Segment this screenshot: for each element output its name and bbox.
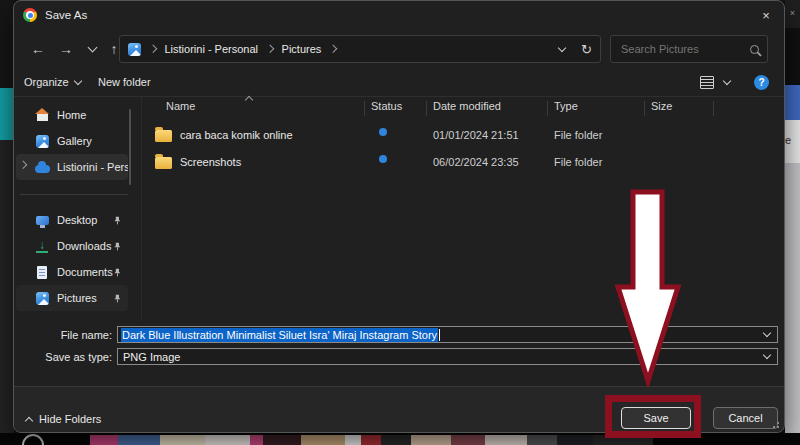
- file-name-dropdown-chevron-icon[interactable]: [763, 329, 771, 337]
- column-header-size[interactable]: Size: [651, 100, 672, 112]
- save-as-type-dropdown-chevron-icon[interactable]: [763, 351, 771, 359]
- file-name: cara baca komik online: [180, 129, 293, 141]
- view-options-chevron[interactable]: [724, 69, 730, 95]
- organize-button[interactable]: Organize: [24, 69, 81, 95]
- cancel-button[interactable]: Cancel: [713, 407, 778, 429]
- file-date-modified: 01/01/2024 21:51: [433, 129, 519, 141]
- sidebar-item-label: Gallery: [57, 135, 128, 147]
- pictures-folder-icon: [128, 43, 141, 56]
- search-icon: [750, 45, 759, 54]
- breadcrumb-pictures[interactable]: Pictures: [282, 43, 322, 55]
- column-header-name[interactable]: Name: [166, 100, 195, 112]
- file-name-input[interactable]: Dark Blue Illustration Minimalist Siluet…: [117, 326, 778, 343]
- column-divider[interactable]: [364, 101, 365, 116]
- refresh-icon[interactable]: ↻: [581, 43, 592, 56]
- sidebar-item-label: Documents: [57, 266, 113, 278]
- search-input[interactable]: [619, 42, 750, 56]
- save-as-type-select[interactable]: PNG Image: [117, 348, 778, 365]
- sidebar-item-label: Desktop: [57, 214, 113, 226]
- organize-label: Organize: [24, 76, 69, 88]
- breadcrumb-separator-icon: [266, 45, 274, 53]
- save-button[interactable]: Save: [621, 407, 691, 429]
- background-gray-block: [0, 140, 14, 433]
- column-header-status[interactable]: Status: [371, 100, 402, 112]
- file-date-modified: 06/02/2024 23:35: [433, 156, 519, 168]
- sidebar-item-documents[interactable]: Documents: [16, 259, 128, 285]
- sidebar-item-label: Listiorini - Perso: [57, 161, 128, 173]
- sidebar-scrollbar[interactable]: [129, 109, 131, 185]
- address-bar[interactable]: Listiorini - Personal Pictures ↻: [119, 35, 601, 63]
- folder-icon: [155, 157, 172, 169]
- file-type: File folder: [554, 156, 602, 168]
- help-button[interactable]: ?: [754, 69, 769, 95]
- new-folder-button[interactable]: New folder: [98, 69, 151, 95]
- close-icon[interactable]: ×: [748, 1, 784, 29]
- file-name: Screenshots: [180, 156, 241, 168]
- hide-folders-button[interactable]: Hide Folders: [26, 413, 101, 425]
- pin-icon: [113, 268, 122, 277]
- breadcrumb-onedrive[interactable]: Listiorini - Personal: [165, 43, 259, 55]
- column-divider[interactable]: [644, 101, 645, 116]
- sidebar-item-label: Home: [57, 109, 128, 121]
- hide-folders-label: Hide Folders: [39, 413, 101, 425]
- window-title: Save As: [45, 9, 87, 21]
- view-options-button[interactable]: [700, 69, 714, 95]
- sidebar-item-desktop[interactable]: Desktop: [16, 207, 128, 233]
- file-type: File folder: [554, 129, 602, 141]
- background-right-strip: × e: [785, 0, 800, 445]
- sidebar-item-label: Pictures: [57, 292, 113, 304]
- column-divider[interactable]: [547, 101, 548, 116]
- expand-chevron-icon[interactable]: [19, 160, 27, 168]
- sidebar-item-pictures[interactable]: Pictures: [16, 285, 128, 311]
- forward-icon[interactable]: →: [54, 31, 78, 67]
- resize-grip-icon[interactable]: [777, 426, 779, 428]
- table-row[interactable]: cara baca komik online 01/01/2024 21:51 …: [142, 123, 776, 149]
- text-caret: [439, 329, 440, 341]
- navigation-sidebar: Home Gallery Listiorini - Perso Desktop …: [14, 97, 141, 321]
- column-divider[interactable]: [426, 101, 427, 116]
- folder-icon: [155, 130, 172, 142]
- downloads-icon: ↓: [34, 240, 50, 253]
- gallery-icon: [34, 135, 50, 148]
- recent-locations-chevron-icon[interactable]: [80, 31, 104, 67]
- file-list: Name Status Date modified Type Size cara…: [142, 97, 784, 321]
- sidebar-item-label: Downloads: [57, 240, 113, 252]
- background-left-strip: [0, 0, 14, 445]
- sort-ascending-icon: [245, 96, 253, 104]
- background-thumbnails: [90, 435, 653, 445]
- address-dropdown-chevron-icon[interactable]: [558, 43, 566, 51]
- pin-icon: [113, 242, 122, 251]
- details-view-icon: [700, 76, 714, 89]
- help-icon: ?: [754, 75, 769, 90]
- column-header-date-modified[interactable]: Date modified: [433, 100, 501, 112]
- sidebar-item-home[interactable]: Home: [16, 102, 128, 128]
- pin-icon: [113, 294, 122, 303]
- home-icon: [34, 109, 50, 121]
- column-header-type[interactable]: Type: [554, 100, 578, 112]
- search-box: [610, 35, 768, 63]
- chrome-icon: [23, 8, 37, 22]
- column-divider[interactable]: [713, 101, 714, 116]
- organize-chevron-icon: [73, 76, 81, 84]
- file-name-value: Dark Blue Illustration Minimalist Siluet…: [121, 328, 438, 342]
- background-bottom-strip: [0, 433, 800, 445]
- sidebar-item-gallery[interactable]: Gallery: [16, 128, 128, 154]
- table-row[interactable]: Screenshots 06/02/2024 23:35 File folder: [142, 150, 776, 176]
- sidebar-item-onedrive[interactable]: Listiorini - Perso: [16, 154, 128, 180]
- back-icon[interactable]: ←: [26, 31, 50, 67]
- pin-icon: [113, 216, 122, 225]
- sidebar-separator: [20, 194, 128, 195]
- title-bar: Save As ×: [14, 1, 784, 29]
- breadcrumb-separator-icon: [329, 45, 337, 53]
- command-toolbar: Organize New folder ?: [14, 69, 784, 95]
- breadcrumb-separator-icon: [149, 45, 157, 53]
- documents-icon: [34, 266, 50, 279]
- sidebar-item-downloads[interactable]: ↓ Downloads: [16, 233, 128, 259]
- background-tab-sliver: ×: [785, 0, 800, 28]
- background-blue-sliver: [785, 85, 800, 120]
- background-light-sliver: e: [785, 120, 800, 163]
- navigation-bar: ← → ↑ Listiorini - Personal Pictures ↻: [14, 31, 784, 67]
- background-dark-sliver: [785, 28, 800, 85]
- new-folder-label: New folder: [98, 76, 151, 88]
- chevron-up-icon: [25, 416, 33, 424]
